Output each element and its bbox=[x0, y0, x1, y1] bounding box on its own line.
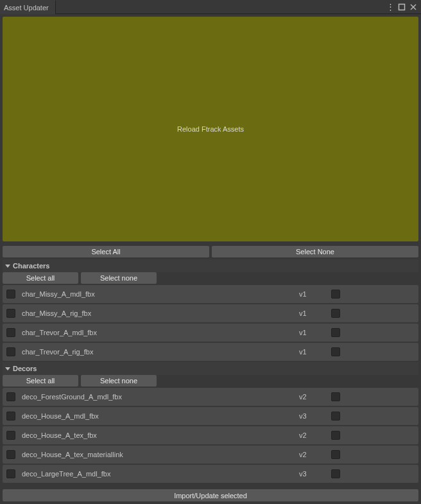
asset-name: char_Missy_A_rig_fbx bbox=[22, 309, 293, 317]
asset-name: deco_House_A_tex_fbx bbox=[22, 431, 293, 439]
asset-row: char_Trevor_A_mdl_fbx v1 bbox=[3, 324, 418, 342]
asset-row: deco_House_A_tex_fbx v2 bbox=[3, 426, 418, 444]
foldout-icon bbox=[5, 265, 10, 268]
asset-name: deco_ForestGround_A_mdl_fbx bbox=[22, 393, 293, 401]
foldout-icon bbox=[5, 367, 10, 370]
asset-version: v2 bbox=[299, 431, 325, 439]
asset-checkbox[interactable] bbox=[6, 412, 15, 421]
section-select-all-button[interactable]: Select all bbox=[3, 272, 78, 284]
window-title: Asset Updater bbox=[4, 4, 49, 12]
asset-version: v2 bbox=[299, 393, 325, 401]
select-none-button[interactable]: Select None bbox=[212, 246, 418, 257]
window-controls: ⋮ bbox=[386, 2, 421, 12]
reload-button[interactable]: Reload Ftrack Assets bbox=[3, 17, 418, 241]
asset-version: v2 bbox=[299, 451, 325, 458]
asset-checkbox[interactable] bbox=[6, 431, 15, 440]
asset-checkbox[interactable] bbox=[6, 328, 15, 337]
asset-option-box[interactable] bbox=[331, 450, 340, 459]
asset-option-box[interactable] bbox=[331, 392, 340, 401]
maximize-icon[interactable] bbox=[398, 3, 406, 11]
section-title: Characters bbox=[13, 262, 49, 270]
asset-version: v3 bbox=[299, 470, 325, 478]
asset-row: deco_House_A_tex_materiallink v2 bbox=[3, 446, 418, 464]
asset-option-box[interactable] bbox=[331, 347, 340, 356]
asset-row: deco_House_A_mdl_fbx v3 bbox=[3, 407, 418, 425]
asset-row: char_Trevor_A_rig_fbx v1 bbox=[3, 343, 418, 361]
select-all-button[interactable]: Select All bbox=[3, 246, 209, 257]
asset-checkbox[interactable] bbox=[6, 392, 15, 401]
section-header[interactable]: Decors bbox=[3, 362, 418, 375]
asset-version: v1 bbox=[299, 290, 325, 298]
asset-version: v1 bbox=[299, 309, 325, 317]
asset-option-box[interactable] bbox=[331, 328, 340, 337]
asset-checkbox[interactable] bbox=[6, 450, 15, 459]
asset-option-box[interactable] bbox=[331, 309, 340, 318]
asset-updater-window: Asset Updater ⋮ Reload Ftrack Assets Sel… bbox=[0, 0, 421, 504]
asset-checkbox[interactable] bbox=[6, 309, 15, 318]
asset-option-box[interactable] bbox=[331, 431, 340, 440]
asset-version: v1 bbox=[299, 329, 325, 336]
close-icon[interactable] bbox=[409, 3, 417, 11]
asset-version: v1 bbox=[299, 348, 325, 356]
asset-name: deco_House_A_tex_materiallink bbox=[22, 451, 293, 458]
asset-row: deco_ForestGround_A_mdl_fbx v2 bbox=[3, 388, 418, 406]
window-tab[interactable]: Asset Updater bbox=[0, 0, 56, 14]
asset-row: char_Missy_A_mdl_fbx v1 bbox=[3, 285, 418, 303]
section-select-all-button[interactable]: Select all bbox=[3, 375, 78, 387]
asset-name: char_Missy_A_mdl_fbx bbox=[22, 290, 293, 298]
section-header[interactable]: Characters bbox=[3, 259, 418, 272]
svg-rect-0 bbox=[399, 4, 405, 10]
asset-checkbox[interactable] bbox=[6, 469, 15, 478]
asset-name: deco_House_A_mdl_fbx bbox=[22, 412, 293, 420]
asset-option-box[interactable] bbox=[331, 412, 340, 421]
import-update-button[interactable]: Import/Update selected bbox=[3, 489, 418, 501]
kebab-icon[interactable]: ⋮ bbox=[386, 2, 394, 12]
asset-name: char_Trevor_A_rig_fbx bbox=[22, 348, 293, 356]
asset-option-box[interactable] bbox=[331, 290, 340, 299]
asset-option-box[interactable] bbox=[331, 469, 340, 478]
section-select-none-button[interactable]: Select none bbox=[81, 375, 157, 387]
titlebar: Asset Updater ⋮ bbox=[0, 0, 421, 14]
asset-version: v3 bbox=[299, 412, 325, 420]
asset-checkbox[interactable] bbox=[6, 290, 15, 299]
section-select-none-button[interactable]: Select none bbox=[81, 272, 157, 284]
section-title: Decors bbox=[13, 365, 37, 372]
asset-name: char_Trevor_A_mdl_fbx bbox=[22, 329, 293, 336]
asset-checkbox[interactable] bbox=[6, 347, 15, 356]
asset-name: deco_LargeTree_A_mdl_fbx bbox=[22, 470, 293, 478]
asset-row: char_Missy_A_rig_fbx v1 bbox=[3, 304, 418, 322]
asset-row: deco_LargeTree_A_mdl_fbx v3 bbox=[3, 465, 418, 483]
